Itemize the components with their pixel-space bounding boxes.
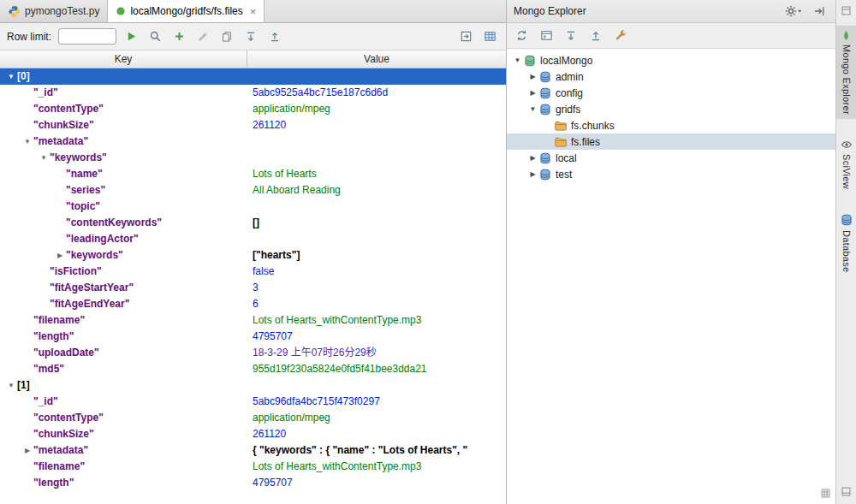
tree-item-local[interactable]: ▶local — [507, 150, 835, 166]
results-grid: ▼[0]"_id"5abc9525a4bc715e187c6d6d"conten… — [0, 68, 506, 504]
column-header-value[interactable]: Value — [247, 50, 506, 68]
grid-row[interactable]: "filename"Lots of Hearts_withContentType… — [0, 459, 506, 475]
row-value: Lots of Hearts_withContentType.mp3 — [253, 459, 504, 475]
expand-all-button[interactable] — [241, 27, 260, 46]
row-key: "fitAgeStartYear" — [50, 280, 134, 296]
tree-item-fs-files[interactable]: fs.files — [507, 133, 835, 150]
mongo-collection-icon — [116, 6, 126, 16]
grid-row[interactable]: "chunkSize"261120 — [0, 117, 506, 133]
window-controls-icon[interactable] — [841, 5, 852, 19]
mongo-console-button[interactable] — [537, 27, 556, 45]
explorer-settings-button[interactable] — [784, 2, 803, 21]
copy-document-button[interactable] — [217, 27, 236, 46]
open-results-button[interactable] — [456, 27, 475, 46]
expand-arrow-icon[interactable]: ▶ — [55, 247, 65, 264]
row-key: "leadingActor" — [66, 231, 139, 247]
table-grid-icon[interactable] — [820, 488, 831, 501]
row-key: "metadata" — [33, 133, 88, 150]
tool-strip-label: SciView — [841, 154, 852, 189]
tree-item-config[interactable]: ▶config — [507, 85, 835, 101]
row-limit-input[interactable] — [58, 28, 116, 44]
grid-row[interactable]: ▶"metadata"{ "keywords" : { "name" : "Lo… — [0, 442, 506, 459]
row-key: "keywords" — [66, 247, 123, 264]
grid-row[interactable]: "contentType"application/mpeg — [0, 410, 506, 426]
grid-row[interactable]: "uploadDate"18-3-29 上午07时26分29秒 — [0, 345, 506, 361]
table-view-button[interactable] — [480, 27, 499, 46]
mongo-leaf-icon — [841, 30, 852, 41]
column-header-key[interactable]: Key — [0, 50, 247, 68]
collapse-arrow-icon[interactable]: ▼ — [39, 150, 49, 166]
collapse-arrow-icon[interactable]: ▼ — [22, 133, 33, 150]
tree-item-gridfs[interactable]: ▼gridfs — [507, 101, 835, 117]
tool-strip-database[interactable]: Database — [836, 209, 856, 277]
mongo-explorer-title: Mongo Explorer — [514, 5, 586, 17]
grid-row[interactable]: "contentType"application/mpeg — [0, 101, 506, 117]
grid-row[interactable]: "series"All Aboard Reading — [0, 182, 506, 199]
tree-item-fs-chunks[interactable]: fs.chunks — [507, 117, 835, 133]
mongo-db-icon — [523, 54, 537, 68]
row-key: "_id" — [33, 394, 58, 410]
grid-row[interactable]: "_id"5abc96dfa4bc715f473f0297 — [0, 394, 506, 410]
expand-arrow-icon[interactable]: ▶ — [527, 73, 538, 80]
run-query-button[interactable] — [122, 27, 140, 46]
grid-row[interactable]: "length"4795707 — [0, 475, 506, 491]
row-value: [] — [253, 215, 504, 231]
row-key: "chunkSize" — [33, 117, 94, 133]
grid-row[interactable]: "isFiction"false — [0, 264, 506, 280]
grid-row[interactable]: "chunkSize"261120 — [0, 426, 506, 442]
close-tab-icon[interactable]: × — [250, 6, 257, 17]
expand-arrow-icon[interactable]: ▶ — [527, 89, 538, 97]
server-settings-button[interactable] — [611, 27, 630, 45]
tree-item-admin[interactable]: ▶admin — [507, 68, 835, 85]
row-key: "topic" — [66, 199, 100, 215]
collapse-arrow-icon[interactable]: ▼ — [527, 105, 538, 113]
grid-row[interactable]: "topic" — [0, 199, 506, 215]
row-key: "md5" — [33, 361, 64, 377]
row-value: Lots of Hearts — [253, 166, 504, 182]
tab-localmongo-gridfs-fs-files[interactable]: localMongo/gridfs/fs.files× — [108, 0, 265, 22]
grid-row[interactable]: "filename"Lots of Hearts_withContentType… — [0, 312, 506, 329]
database-icon — [538, 168, 552, 181]
grid-row[interactable]: "contentKeywords"[] — [0, 215, 506, 231]
grid-row[interactable]: ▼"metadata" — [0, 133, 506, 150]
find-button[interactable] — [146, 27, 164, 46]
grid-row[interactable]: "fitAgeEndYear"6 — [0, 296, 506, 312]
tree-label: local — [556, 152, 577, 164]
tool-strip-sciview[interactable]: SciView — [836, 134, 856, 193]
grid-row[interactable]: "md5"955d19f230a5824e0fd5f41bee3dda21 — [0, 361, 506, 377]
tree-expand-all-button[interactable] — [562, 27, 580, 45]
grid-row[interactable]: ▼[0] — [0, 68, 506, 85]
tool-strip-mongo-explorer[interactable]: Mongo Explorer — [836, 26, 856, 119]
grid-row[interactable]: "leadingActor" — [0, 231, 506, 247]
grid-row[interactable]: "length"4795707 — [0, 329, 506, 345]
tree-item-test[interactable]: ▶test — [507, 166, 835, 182]
grid-row[interactable]: ▼[1] — [0, 377, 506, 394]
tree-collapse-all-button[interactable] — [586, 27, 605, 45]
expand-arrow-icon[interactable]: ▶ — [527, 170, 538, 178]
collapse-arrow-icon[interactable]: ▼ — [512, 56, 523, 64]
row-value: application/mpeg — [253, 101, 504, 117]
grid-row[interactable]: "name"Lots of Hearts — [0, 166, 506, 182]
grid-row[interactable]: ▶"keywords"["hearts"] — [0, 247, 506, 264]
grid-row[interactable]: "_id"5abc9525a4bc715e187c6d6d — [0, 85, 506, 101]
expand-arrow-icon[interactable]: ▶ — [527, 154, 538, 162]
tree-label: gridfs — [556, 104, 580, 116]
expand-arrow-icon[interactable]: ▶ — [22, 442, 33, 459]
mongo-explorer-panel: Mongo Explorer ▼localMongo▶admin▶config▼… — [506, 0, 835, 504]
row-value: All Aboard Reading — [253, 182, 504, 199]
tree-label: localMongo — [540, 55, 592, 67]
collapse-all-button[interactable] — [265, 27, 284, 46]
edit-document-button[interactable] — [193, 27, 212, 46]
collapse-arrow-icon[interactable]: ▼ — [6, 377, 16, 394]
tree-item-localmongo[interactable]: ▼localMongo — [507, 52, 835, 68]
grid-row[interactable]: ▼"keywords" — [0, 150, 506, 166]
tool-strip-label: Database — [841, 230, 852, 273]
collapse-arrow-icon[interactable]: ▼ — [6, 68, 16, 85]
tab-pymongotest-py[interactable]: pymongoTest.py — [0, 0, 108, 22]
hide-panel-button[interactable] — [810, 2, 829, 21]
grid-row[interactable]: "fitAgeStartYear"3 — [0, 280, 506, 296]
results-toolbar: Row limit: — [0, 23, 506, 50]
add-document-button[interactable] — [169, 27, 188, 46]
refresh-servers-button[interactable] — [512, 27, 531, 45]
bottom-tool-icon[interactable] — [841, 486, 852, 500]
